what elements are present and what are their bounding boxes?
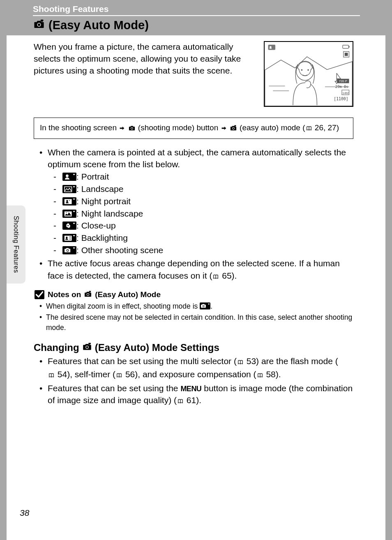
arrow-right-icon [119,123,125,134]
svg-point-29 [301,69,303,71]
side-tab: Shooting Features [7,205,25,284]
svg-rect-24 [345,53,348,56]
book-icon [115,369,123,381]
svg-rect-22 [349,46,350,48]
side-tab-label: Shooting Features [12,216,20,273]
notes-list: When digital zoom is in effect, shooting… [39,301,353,333]
camera-heart-icon [33,18,45,32]
preview-video-label: 720 P [339,79,347,83]
nav-prefix: In the shooting screen [40,123,117,132]
subheading: Changing (Easy Auto) Mode Settings [34,342,353,353]
bullet-item: Features that can be set using the multi… [39,355,353,381]
landscape-scene-icon [62,185,76,193]
manual-page: Shooting Features (Easy Auto Mode) When … [7,0,385,540]
page-title: (Easy Auto Mode) [33,18,360,32]
book-icon [48,369,55,381]
changing-list: Features that can be set using the multi… [39,355,353,407]
book-icon [256,369,264,381]
nav-ref2: 27) [328,123,339,132]
page-number: 38 [20,508,29,518]
bullet-item: The active focus areas change depending … [39,257,353,283]
bullet-text: When the camera is pointed at a subject,… [48,148,346,169]
nav-step3: (easy auto) mode ( [240,123,305,132]
lcd-preview: 720 P 29m 0s 14M [1100] [264,41,353,107]
bullet-item: When the camera is pointed at a subject,… [39,146,353,256]
backlighting-scene-icon [62,234,76,242]
book-icon [177,395,184,407]
scene-item: : Backlighting [53,232,353,244]
intro-row: When you frame a picture, the camera aut… [34,41,353,107]
notes-title: Notes on (Easy Auto) Mode [34,290,353,300]
scene-item: : Close-up [53,219,353,232]
section-header: Shooting Features [33,4,360,16]
notes-block: Notes on (Easy Auto) Mode When digital z… [34,290,353,333]
camera-icon [128,123,136,134]
svg-text:14M: 14M [342,91,348,95]
intro-text: When you frame a picture, the camera aut… [34,41,256,77]
nav-step2: (shooting mode) button [138,123,218,132]
other-scene-icon [200,302,210,309]
closeup-scene-icon [62,222,76,230]
portrait-scene-icon [62,173,76,181]
book-icon [212,270,219,283]
night-landscape-scene-icon [62,210,76,218]
scene-item: : Night landscape [53,208,353,220]
scene-item: : Portrait [53,171,353,183]
book-icon [305,123,313,134]
camera-heart-icon [229,123,238,134]
arrow-right-icon [221,123,227,134]
content: When you frame a picture, the camera aut… [7,41,385,407]
nav-ref1: 26 [315,123,323,132]
svg-point-30 [307,69,309,71]
svg-text:29m 0s: 29m 0s [335,85,348,89]
page-title-text: (Easy Auto Mode) [48,18,149,32]
bullet-text: The active focus areas change depending … [48,258,340,280]
notes-item: The desired scene may not be selected in… [39,312,353,333]
menu-label: MENU [180,385,201,393]
book-icon [237,356,244,368]
scene-list: : Portrait : Landscape : Night portrait … [53,171,353,256]
svg-text:[1100]: [1100] [334,97,348,101]
scene-item: : Night portrait [53,195,353,208]
night-portrait-scene-icon [62,197,76,205]
svg-rect-19 [268,45,276,50]
camera-heart-icon [83,290,92,300]
camera-heart-icon [82,342,92,353]
scene-item: : Landscape [53,183,353,195]
check-icon [34,290,45,300]
notes-item: When digital zoom is in effect, shooting… [39,301,353,312]
scene-item: : Other shooting scene [53,244,353,256]
other-scene-icon [62,246,76,254]
main-bullet-list: When the camera is pointed at a subject,… [39,146,353,283]
navigation-path-box: In the shooting screen (shooting mode) b… [34,118,353,139]
gray-header: Shooting Features (Easy Auto Mode) [7,0,385,35]
bullet-item: Features that can be set using the MENU … [39,382,353,408]
